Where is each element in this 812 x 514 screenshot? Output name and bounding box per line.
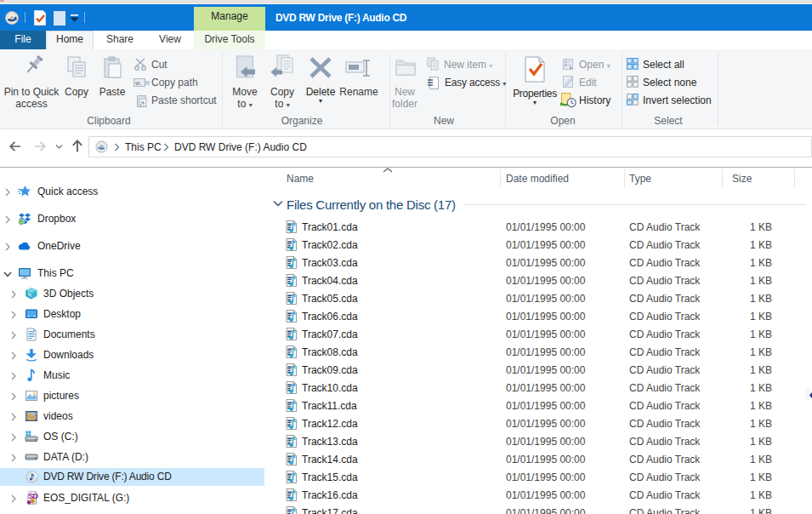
svg-text:W..: W.. (135, 81, 143, 86)
